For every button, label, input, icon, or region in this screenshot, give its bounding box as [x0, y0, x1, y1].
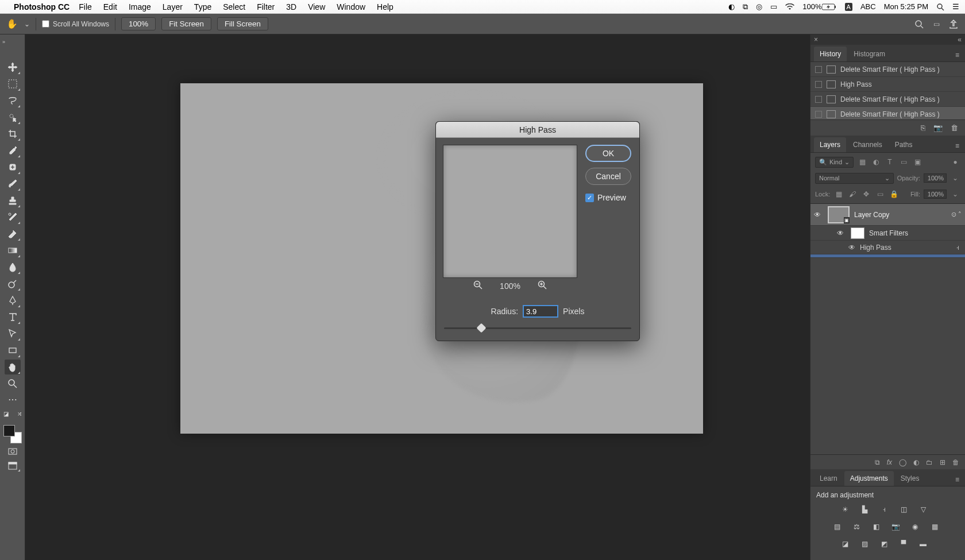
zoom-in-icon[interactable] [538, 280, 547, 291]
battery-status[interactable]: 100% [802, 2, 836, 11]
blend-mode-select[interactable]: Normal⌄ [815, 173, 894, 184]
zoom-level-button[interactable]: 100% [121, 17, 156, 30]
dodge-tool[interactable] [5, 276, 21, 291]
cancel-button[interactable]: Cancel [585, 168, 631, 185]
swap-colors[interactable]: ◪⤭ [3, 407, 22, 420]
move-tool[interactable] [5, 60, 21, 75]
tab-learn[interactable]: Learn [814, 471, 843, 486]
status-icon[interactable]: ◐ [728, 2, 735, 11]
fill-dropdown-icon[interactable]: ⌄ [950, 190, 960, 199]
dialog-titlebar[interactable]: High Pass [436, 122, 639, 138]
fill-screen-button[interactable]: Fill Screen [217, 17, 268, 30]
balance-icon[interactable]: ⚖ [851, 521, 862, 532]
lock-paint-icon[interactable]: 🖌 [847, 190, 858, 199]
eyedropper-tool[interactable] [5, 143, 21, 158]
menu-filter[interactable]: Filter [257, 2, 275, 11]
clock[interactable]: Mon 5:25 PM [884, 2, 928, 11]
color-swatch[interactable] [3, 425, 22, 443]
filter-type-icon[interactable]: T [885, 157, 895, 167]
eraser-tool[interactable] [5, 226, 21, 241]
rectangle-tool[interactable] [5, 343, 21, 358]
airplay-icon[interactable]: ▭ [770, 2, 777, 11]
zoom-tool[interactable] [5, 376, 21, 391]
curves-icon[interactable]: ⫞ [878, 504, 890, 515]
posterize-icon[interactable]: ▨ [859, 538, 870, 550]
hand-tool[interactable] [5, 360, 21, 374]
filter-shape-icon[interactable]: ▭ [898, 157, 909, 167]
invert-icon[interactable]: ◪ [839, 538, 851, 550]
brightness-icon[interactable]: ☀ [839, 504, 851, 515]
levels-icon[interactable]: ▙ [859, 504, 870, 515]
tab-styles[interactable]: Styles [895, 471, 925, 486]
new-document-from-state-icon[interactable]: ⎘ [921, 123, 925, 132]
lock-position-icon[interactable]: ✥ [861, 190, 871, 199]
preview-checkbox[interactable]: ✓ Preview [585, 193, 631, 202]
smart-filters-row[interactable]: 👁 Smart Filters [810, 226, 965, 241]
crop-tool[interactable] [5, 126, 21, 141]
cc-icon[interactable]: ◎ [756, 2, 762, 11]
menu-select[interactable]: Select [223, 2, 245, 11]
link-layers-icon[interactable]: ⧉ [875, 458, 880, 466]
lock-all-icon[interactable]: 🔒 [889, 190, 899, 199]
panel-menu-icon[interactable]: ≡ [953, 49, 962, 61]
scroll-all-windows-checkbox[interactable]: Scroll All Windows [42, 20, 109, 28]
tab-history[interactable]: History [814, 47, 847, 61]
opacity-value[interactable]: 100% [924, 173, 947, 183]
tab-histogram[interactable]: Histogram [848, 47, 891, 61]
search-icon[interactable] [913, 18, 925, 30]
layer-filter-type[interactable]: 🔍 Kind ⌄ [815, 157, 854, 168]
layer-thumbnail[interactable]: ▣ [828, 206, 850, 223]
layer-row[interactable]: 👁 ▣ Layer Copy ⊙ ˄ [810, 204, 965, 226]
quick-select-tool[interactable] [5, 110, 21, 125]
filter-entry-row[interactable]: 👁 High Pass ⫞ [810, 241, 965, 254]
zoom-out-icon[interactable] [473, 280, 482, 291]
lasso-tool[interactable] [5, 93, 21, 108]
selective-color-icon[interactable]: ▬ [917, 538, 929, 550]
snapshot-icon[interactable]: 📷 [933, 123, 943, 132]
app-name[interactable]: Photoshop CC [14, 2, 70, 11]
menu-edit[interactable]: Edit [103, 2, 117, 11]
filter-adjust-icon[interactable]: ◐ [871, 157, 881, 167]
close-panel-icon[interactable]: × [814, 36, 818, 44]
hue-icon[interactable]: ▤ [831, 521, 843, 532]
tab-layers[interactable]: Layers [814, 137, 846, 152]
screen-mode[interactable] [5, 459, 21, 472]
history-item[interactable]: Delete Smart Filter ( High Pass ) [810, 92, 965, 107]
threshold-icon[interactable]: ◩ [878, 538, 890, 550]
menu-type[interactable]: Type [194, 2, 211, 11]
collapse-panel-icon[interactable]: « [958, 36, 962, 44]
lock-artboard-icon[interactable]: ▭ [875, 190, 885, 199]
filter-smart-icon[interactable]: ▣ [912, 157, 922, 167]
healing-tool[interactable] [5, 160, 21, 175]
dialog-preview[interactable] [443, 145, 577, 278]
filter-mask-thumbnail[interactable] [851, 227, 864, 239]
group-icon[interactable]: 🗀 [926, 458, 933, 466]
wifi-icon[interactable] [785, 3, 794, 10]
layer-mask-icon[interactable]: ◯ [899, 458, 906, 466]
filter-blend-options-icon[interactable]: ⫞ [956, 244, 959, 252]
dropbox-icon[interactable]: ⧉ [743, 2, 748, 11]
visibility-icon[interactable]: 👁 [848, 244, 855, 252]
bw-icon[interactable]: ◧ [870, 521, 882, 532]
history-item[interactable]: High Pass [810, 77, 965, 92]
tab-paths[interactable]: Paths [889, 137, 918, 152]
stamp-tool[interactable] [5, 193, 21, 208]
panel-menu-icon[interactable]: ≡ [953, 473, 962, 486]
filter-name[interactable]: High Pass [860, 244, 891, 252]
lock-transparent-icon[interactable]: ▦ [833, 190, 844, 199]
menu-layer[interactable]: Layer [163, 2, 183, 11]
gradient-tool[interactable] [5, 243, 21, 258]
vibrance-icon[interactable]: ▽ [917, 504, 929, 515]
canvas-area[interactable] [25, 34, 810, 560]
pen-tool[interactable] [5, 293, 21, 308]
channel-mixer-icon[interactable]: ◉ [909, 521, 921, 532]
ime-label[interactable]: ABC [860, 2, 876, 11]
menu-image[interactable]: Image [129, 2, 151, 11]
photo-filter-icon[interactable]: 📷 [890, 521, 901, 532]
toolbar-expand[interactable]: » [0, 39, 5, 48]
panel-menu-icon[interactable]: ≡ [953, 140, 962, 152]
new-layer-icon[interactable]: ⊞ [940, 458, 945, 466]
ime-indicator[interactable]: A [845, 3, 852, 11]
brush-tool[interactable] [5, 176, 21, 191]
history-item[interactable]: Delete Smart Filter ( High Pass ) [810, 62, 965, 77]
